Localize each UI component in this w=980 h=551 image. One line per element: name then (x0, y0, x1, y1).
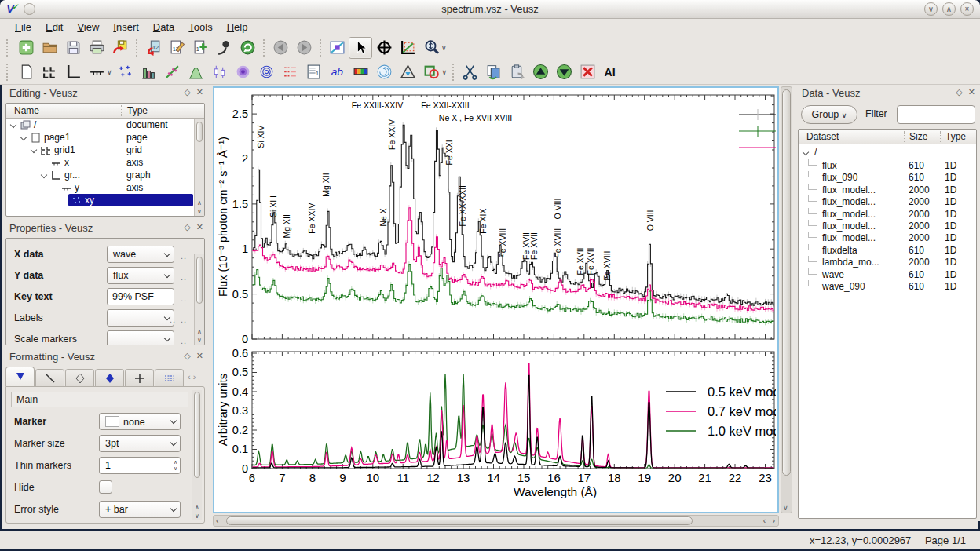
export-page-icon[interactable] (108, 37, 132, 59)
cut-icon[interactable] (458, 61, 481, 83)
tree-row-x[interactable]: xaxis (6, 156, 194, 169)
expander-icon[interactable] (21, 135, 27, 140)
add-fit-icon[interactable] (161, 61, 185, 83)
more-options-button[interactable]: .. (181, 315, 187, 324)
menu-data[interactable]: Data (146, 20, 181, 35)
tab-main-marker[interactable] (5, 367, 35, 386)
key-text-input[interactable]: 99% PSF (107, 288, 174, 305)
open-document-icon[interactable] (38, 37, 61, 59)
float-panel-icon[interactable]: ◇ (184, 87, 190, 97)
tree-row-gr[interactable]: gr...graph (6, 169, 194, 181)
hide-checkbox[interactable] (99, 480, 112, 494)
expander-icon[interactable] (803, 150, 809, 155)
titlebar[interactable]: V✓ spectrum.vsz - Veusz ∨ ∧ × (0, 0, 980, 19)
close-panel-icon[interactable]: ✕ (196, 351, 203, 361)
tree-row-xy[interactable]: xy (6, 194, 194, 206)
column-type[interactable]: Type (121, 105, 148, 116)
add-axis-icon[interactable] (85, 61, 108, 83)
add-key-icon[interactable] (279, 61, 302, 83)
more-options-button[interactable]: .. (181, 272, 187, 282)
paste-icon[interactable] (505, 61, 528, 83)
reload-data-icon[interactable] (236, 37, 259, 59)
more-options-button[interactable]: .. (181, 336, 187, 345)
plot-canvas[interactable]: 00.511.522.5Flux (10⁻³ photon cm⁻² s⁻¹ Å… (214, 88, 776, 510)
tabs-scroll-left-icon[interactable]: ‹ (188, 372, 191, 381)
add-ternary-icon[interactable] (397, 61, 420, 83)
close-panel-icon[interactable]: ✕ (968, 87, 975, 97)
new-document-icon[interactable] (14, 37, 38, 59)
menu-file[interactable]: File (8, 20, 38, 35)
dataset-row-flux[interactable]: flux6101D (799, 159, 975, 171)
copy-icon[interactable] (481, 61, 505, 83)
tree-row-[interactable]: /document (6, 119, 194, 131)
dataset-row-flux_model[interactable]: flux_model...20001D (799, 208, 975, 220)
y-data-combo[interactable]: flux (107, 267, 174, 284)
select-pointer-icon[interactable] (349, 37, 372, 59)
thin-markers-spinner[interactable]: 1∧∨ (99, 457, 181, 474)
edit-data-icon[interactable]: 12 (165, 37, 188, 59)
menu-edit[interactable]: Edit (38, 20, 70, 35)
add-axis-dropdown-icon[interactable]: ∨ (107, 68, 112, 76)
tab-fill-below[interactable] (155, 369, 184, 386)
history-forward-icon[interactable] (292, 37, 316, 59)
dataset-row-flux_model[interactable]: flux_model...20001D (799, 220, 975, 232)
add-bar-icon[interactable] (137, 61, 161, 83)
move-down-icon[interactable] (552, 61, 576, 83)
scale-markers-combo[interactable] (107, 330, 174, 345)
float-panel-icon[interactable]: ◇ (184, 222, 190, 232)
column-size[interactable]: Size (904, 131, 927, 142)
import-data-icon[interactable]: 12 (141, 37, 165, 59)
add-xy-icon[interactable] (114, 61, 137, 83)
expander-icon[interactable] (31, 148, 37, 153)
minimize-button[interactable]: ∨ (924, 2, 938, 16)
delete-icon[interactable] (576, 61, 599, 83)
add-grid-icon[interactable] (38, 61, 61, 83)
add-label-icon[interactable]: ab (326, 61, 349, 83)
dataset-row-flux_model[interactable]: flux_model...20001D (799, 195, 975, 207)
column-type[interactable]: Type (940, 131, 966, 142)
capture-data-icon[interactable] (212, 37, 236, 59)
menu-view[interactable]: View (70, 20, 106, 35)
column-dataset[interactable]: Dataset (806, 131, 839, 142)
tree-row-page1[interactable]: page1page (6, 131, 194, 144)
float-panel-icon[interactable]: ◇ (956, 87, 962, 97)
marker-size-combo[interactable]: 3pt (99, 435, 181, 452)
plot-horizontal-scrollbar[interactable]: ‹ ‹› (213, 515, 779, 527)
zoom-magnify-icon[interactable] (419, 37, 443, 59)
move-up-icon[interactable] (528, 61, 552, 83)
add-polar-icon[interactable] (373, 61, 397, 83)
more-options-button[interactable]: .. (181, 251, 187, 261)
zoom-magnify-dropdown-icon[interactable]: ∨ (441, 44, 447, 52)
print-document-icon[interactable] (85, 37, 108, 59)
add-function-icon[interactable] (185, 61, 208, 83)
group-button[interactable]: Group ∨ (801, 105, 858, 124)
history-back-icon[interactable] (269, 37, 292, 59)
rename-icon[interactable]: AI (599, 61, 623, 83)
menu-insert[interactable]: Insert (106, 20, 146, 35)
add-graph-icon[interactable] (61, 61, 85, 83)
add-colorbar-icon[interactable] (349, 61, 373, 83)
dataset-row-flux_model[interactable]: flux_model...20001D (799, 232, 975, 243)
maximize-button[interactable]: ∧ (942, 2, 956, 16)
add-image-icon[interactable] (232, 61, 255, 83)
x-data-combo[interactable]: wave (107, 246, 174, 263)
close-panel-icon[interactable]: ✕ (196, 87, 203, 97)
menu-help[interactable]: Help (220, 20, 255, 35)
view-fullscreen-icon[interactable] (325, 37, 349, 59)
properties-scrollbar[interactable]: ∧∨ (194, 254, 204, 345)
tabs-scroll-right-icon[interactable]: › (193, 372, 196, 381)
create-data-icon[interactable]: 1 (188, 37, 212, 59)
error-style-combo[interactable]: + bar (99, 501, 181, 518)
tree-row-grid1[interactable]: grid1grid (6, 144, 194, 156)
tab-error-bar[interactable] (125, 369, 154, 386)
formatting-scrollbar[interactable]: ∧∨ (192, 390, 202, 520)
zoom-axes-icon[interactable] (396, 37, 419, 59)
close-panel-icon[interactable]: ✕ (196, 222, 203, 232)
marker-combo[interactable]: none (99, 413, 181, 430)
dataset-row-wave_090[interactable]: wave_0906101D (799, 280, 975, 292)
dataset-row-fluxdelta[interactable]: fluxdelta6101D (799, 244, 975, 256)
tab-plot-line[interactable] (35, 369, 64, 386)
save-document-icon[interactable] (61, 37, 85, 59)
expander-icon[interactable] (11, 122, 16, 128)
add-boxplot-icon[interactable] (208, 61, 232, 83)
